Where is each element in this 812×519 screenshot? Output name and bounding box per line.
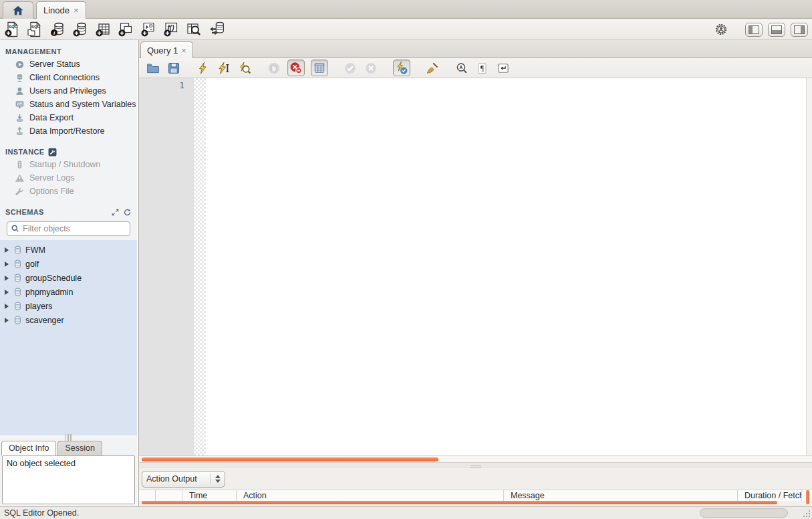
find-button[interactable]: A xyxy=(454,61,469,76)
expand-arrow-icon[interactable] xyxy=(5,318,9,323)
schema-node[interactable]: groupSchedule xyxy=(0,271,137,285)
spinner-icon xyxy=(211,474,221,484)
schema-name: players xyxy=(25,302,52,311)
app-tab-bar: Linode × xyxy=(0,0,812,19)
sidebar-item-label: Data Export xyxy=(29,113,74,122)
sidebar-item-label: Server Status xyxy=(29,60,80,69)
refresh-schemas-icon[interactable] xyxy=(123,208,132,217)
line-number-gutter: 1 xyxy=(139,78,194,455)
output-column-header[interactable]: Action xyxy=(237,490,504,501)
beautify-button[interactable] xyxy=(425,61,440,76)
sidebar-item-client-connections[interactable]: Client Connections xyxy=(0,71,137,84)
sidebar-item-label: Data Import/Restore xyxy=(29,126,105,136)
output-column-header[interactable]: Duration / Fetch xyxy=(738,490,802,501)
schema-tree: FWMgolfgroupSchedulephpmyadminplayerssca… xyxy=(0,240,137,435)
schema-filter-input[interactable] xyxy=(23,224,130,233)
expand-arrow-icon[interactable] xyxy=(5,304,9,309)
create-view-icon[interactable] xyxy=(118,21,134,37)
schema-node[interactable]: FWM xyxy=(0,243,137,257)
schema-inspector-icon[interactable]: i xyxy=(49,21,65,37)
expand-arrow-icon[interactable] xyxy=(5,247,9,253)
sidebar-item-label: Startup / Shutdown xyxy=(29,160,100,169)
search-icon xyxy=(11,224,20,233)
search-data-icon[interactable] xyxy=(186,21,202,37)
save-script-button[interactable] xyxy=(166,61,181,76)
sidebar-item-sys-vars[interactable]: Status and System Variables xyxy=(0,98,137,111)
sys-vars-icon xyxy=(15,100,25,110)
query-tab[interactable]: Query 1 × xyxy=(140,41,193,58)
status-bar: SQL Editor Opened. xyxy=(0,506,812,519)
server-status-icon xyxy=(15,60,25,70)
sidebar-item-data-export[interactable]: Data Export xyxy=(0,111,137,124)
mysql-workbench-window: Linode × SQLSQLif() MANAGEMENT Server St… xyxy=(0,0,812,519)
window-resize-grip[interactable] xyxy=(803,510,811,518)
toggle-left-panel-button[interactable] xyxy=(745,23,763,37)
invisible-chars-button[interactable]: ¶ xyxy=(475,61,490,76)
sidebar-item-users[interactable]: Users and Privileges xyxy=(0,84,137,98)
autocommit-button[interactable] xyxy=(393,60,410,76)
main-pane: Query 1 × A¶ 1 Action Output xyxy=(139,40,812,506)
sidebar-item-server-status[interactable]: Server Status xyxy=(0,58,137,71)
editor-vertical-scrollbar[interactable] xyxy=(806,78,812,455)
server-logs-icon xyxy=(15,173,25,183)
preferences-icon[interactable] xyxy=(714,23,728,36)
tab-object-info[interactable]: Object Info xyxy=(1,441,56,455)
stop-on-error-button[interactable] xyxy=(287,60,305,76)
expand-schemas-icon[interactable] xyxy=(111,208,120,217)
create-table-icon[interactable] xyxy=(95,21,111,37)
open-script-button[interactable] xyxy=(146,61,160,76)
expand-arrow-icon[interactable] xyxy=(5,262,9,267)
create-function-icon[interactable]: f() xyxy=(163,21,179,37)
reconnect-dbms-icon[interactable] xyxy=(209,21,225,37)
output-vertical-scrollbar[interactable] xyxy=(806,490,809,504)
explain-button[interactable] xyxy=(237,61,252,76)
schema-node[interactable]: players xyxy=(0,299,137,313)
schema-node[interactable]: golf xyxy=(0,257,137,271)
close-icon[interactable]: × xyxy=(181,45,186,56)
output-column-header[interactable]: Message xyxy=(504,490,738,501)
data-import-icon xyxy=(15,126,25,136)
output-column-header[interactable] xyxy=(139,490,156,501)
sidebar-item-data-import[interactable]: Data Import/Restore xyxy=(0,124,137,138)
editor-horizontal-scrollbar[interactable] xyxy=(139,456,812,463)
startup-shutdown-icon xyxy=(15,160,25,170)
toggle-bottom-panel-button[interactable] xyxy=(768,23,785,37)
sql-editor: 1 xyxy=(139,78,812,456)
limit-rows-button[interactable] xyxy=(311,60,328,76)
execute-button[interactable] xyxy=(196,61,211,76)
output-horizontal-scrollbar[interactable] xyxy=(139,501,812,504)
wrap-text-button[interactable] xyxy=(496,61,511,76)
wrench-badge-icon xyxy=(48,148,57,157)
tab-session[interactable]: Session xyxy=(57,441,102,455)
close-icon[interactable]: × xyxy=(74,5,79,15)
schema-filter-box xyxy=(7,221,130,236)
open-sql-script-icon[interactable]: SQL xyxy=(27,21,43,37)
editor-output-splitter[interactable] xyxy=(139,463,812,468)
database-icon xyxy=(13,301,23,311)
create-procedure-icon[interactable] xyxy=(140,21,156,37)
home-icon xyxy=(11,5,25,17)
home-tab[interactable] xyxy=(3,1,33,19)
sql-editor-text-area[interactable] xyxy=(206,78,806,455)
output-type-select[interactable]: Action Output xyxy=(142,471,225,488)
output-column-header[interactable] xyxy=(156,490,182,501)
toggle-right-panel-button[interactable] xyxy=(791,23,808,37)
expand-arrow-icon[interactable] xyxy=(5,276,9,281)
expand-arrow-icon[interactable] xyxy=(5,290,9,295)
output-column-header[interactable]: Time xyxy=(182,490,237,501)
schema-node[interactable]: phpmyadmin xyxy=(0,285,137,299)
execute-current-button[interactable] xyxy=(217,61,231,76)
instance-section-header: INSTANCE xyxy=(0,146,137,158)
users-icon xyxy=(15,86,25,96)
output-table-header: TimeActionMessageDuration / Fetch xyxy=(139,490,812,501)
sidebar-item-options-file: Options File xyxy=(0,185,137,198)
editor-hscroll-thumb[interactable] xyxy=(142,457,438,461)
schema-name: golf xyxy=(25,260,39,269)
output-hscroll-thumb[interactable] xyxy=(142,501,777,504)
schema-node[interactable]: scavenger xyxy=(0,313,137,327)
sidebar-item-label: Users and Privileges xyxy=(29,86,106,96)
create-schema-icon[interactable] xyxy=(72,21,88,37)
connection-tab-linode[interactable]: Linode × xyxy=(36,1,86,19)
new-sql-tab-icon[interactable]: SQL xyxy=(4,21,20,37)
status-text: SQL Editor Opened. xyxy=(4,508,79,518)
